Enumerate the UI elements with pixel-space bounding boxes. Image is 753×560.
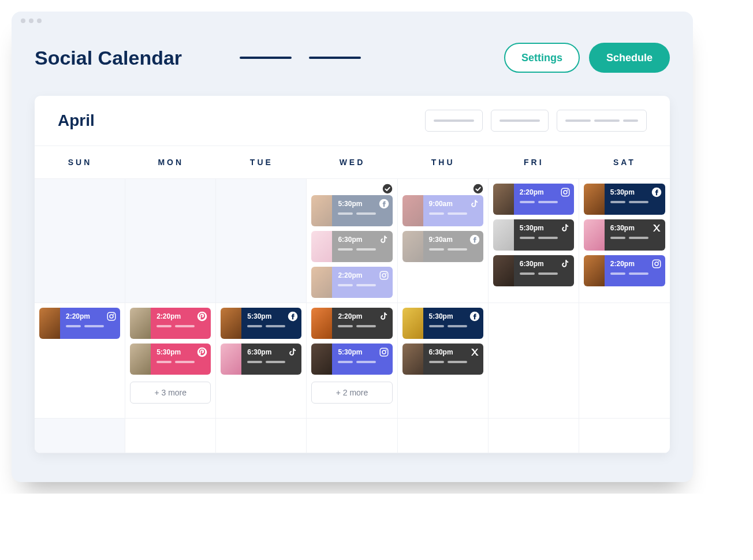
post-body: 6:30pm (241, 344, 301, 375)
day-header: TUE (216, 146, 307, 178)
day-cell (579, 303, 670, 419)
post-card[interactable]: 6:30pm (493, 255, 574, 286)
post-body: 6:30pm (332, 231, 392, 262)
facebook-icon (379, 199, 389, 209)
window-controls (12, 12, 693, 25)
window-dot (29, 18, 33, 23)
post-body: 6:30pm (423, 344, 483, 375)
facebook-icon (469, 234, 480, 245)
day-cell: 2:20pm5:30pm+ 3 more (125, 303, 216, 419)
post-content-placeholder (338, 361, 386, 363)
post-card[interactable]: 5:30pm (221, 308, 301, 339)
facebook-icon (288, 311, 298, 322)
post-card[interactable]: 6:30pm (402, 344, 483, 375)
day-header: SAT (579, 146, 670, 178)
post-card[interactable]: 2:20pm (493, 184, 574, 215)
filter-dropdown[interactable] (491, 110, 549, 132)
facebook-icon (469, 311, 480, 322)
filter-dropdown[interactable] (557, 110, 647, 132)
day-header: FRI (489, 146, 579, 178)
day-cell: 2:20pm5:30pm6:30pm (489, 179, 579, 303)
tiktok-icon (379, 311, 389, 322)
post-thumbnail (402, 308, 423, 339)
day-cell: 5:30pm6:30pm2:20pm (579, 179, 670, 303)
post-body: 2:20pm (60, 308, 120, 339)
calendar-header: April (35, 96, 670, 145)
day-cell: 5:30pm6:30pm2:20pm (307, 179, 397, 303)
post-body: 5:30pm (423, 308, 483, 339)
post-thumbnail (402, 195, 423, 226)
day-cell (216, 179, 307, 303)
post-card[interactable]: 2:20pm (39, 308, 120, 339)
post-card[interactable]: 6:30pm (221, 344, 301, 375)
day-header: MON (125, 146, 216, 178)
post-content-placeholder (520, 201, 568, 203)
header-skeleton (240, 57, 361, 59)
day-cell: 2:20pm5:30pm+ 2 more (307, 303, 397, 419)
x-icon (651, 223, 662, 233)
post-content-placeholder (338, 212, 386, 215)
post-body: 2:20pm (151, 308, 211, 339)
day-cell (489, 419, 579, 453)
window-dot (21, 18, 25, 23)
post-card[interactable]: 6:30pm (311, 231, 392, 262)
post-card[interactable]: 2:20pm (311, 267, 392, 298)
post-card[interactable]: 5:30pm (402, 308, 483, 339)
show-more-button[interactable]: + 2 more (311, 382, 392, 404)
schedule-button[interactable]: Schedule (589, 43, 670, 73)
pinterest-icon (197, 347, 207, 357)
instagram-icon (379, 347, 389, 357)
post-content-placeholder (156, 361, 205, 363)
day-cell (35, 419, 125, 453)
post-thumbnail (493, 184, 514, 215)
instagram-icon (560, 187, 571, 197)
post-thumbnail (402, 344, 423, 375)
instagram-icon (106, 311, 117, 322)
post-card[interactable]: 6:30pm (584, 219, 665, 251)
x-icon (469, 347, 480, 357)
post-card[interactable]: 2:20pm (311, 308, 392, 339)
post-thumbnail (402, 231, 423, 262)
post-content-placeholder (247, 361, 296, 363)
post-content-placeholder (429, 361, 478, 363)
day-cell (125, 179, 216, 303)
instagram-icon (379, 270, 389, 281)
post-card[interactable]: 2:20pm (584, 255, 665, 286)
post-thumbnail (584, 219, 605, 251)
window-dot (37, 18, 42, 23)
day-cell: 5:30pm6:30pm (398, 303, 489, 419)
post-body: 9:00am (423, 195, 483, 226)
post-card[interactable]: 5:30pm (493, 219, 574, 251)
post-card[interactable]: 5:30pm (311, 344, 392, 375)
page-header: Social Calendar Settings Schedule (12, 25, 693, 96)
post-card[interactable]: 5:30pm (130, 344, 211, 375)
post-card[interactable]: 2:20pm (130, 308, 211, 339)
post-body: 5:30pm (241, 308, 301, 339)
post-content-placeholder (247, 325, 296, 327)
post-content-placeholder (429, 212, 478, 215)
post-card[interactable]: 9:00am (402, 195, 483, 226)
post-card[interactable]: 9:30am (402, 231, 483, 262)
post-thumbnail (493, 255, 514, 286)
day-cell (579, 419, 670, 453)
post-body: 2:20pm (514, 184, 574, 215)
settings-button[interactable]: Settings (504, 43, 580, 73)
post-card[interactable]: 5:30pm (311, 195, 392, 226)
post-content-placeholder (338, 248, 386, 251)
show-more-button[interactable]: + 3 more (130, 382, 211, 404)
post-thumbnail (311, 308, 332, 339)
day-cell (489, 303, 579, 419)
page-title: Social Calendar (35, 47, 182, 69)
post-body: 6:30pm (514, 255, 574, 286)
post-content-placeholder (66, 325, 114, 327)
tiktok-icon (288, 347, 298, 357)
instagram-icon (651, 259, 662, 269)
month-title: April (58, 111, 95, 130)
post-thumbnail (311, 195, 332, 226)
post-thumbnail (221, 344, 241, 375)
post-card[interactable]: 5:30pm (584, 184, 665, 215)
filter-dropdown[interactable] (425, 110, 483, 132)
post-content-placeholder (338, 284, 386, 286)
day-cell: 9:00am9:30am (398, 179, 489, 303)
day-cell (216, 419, 307, 453)
